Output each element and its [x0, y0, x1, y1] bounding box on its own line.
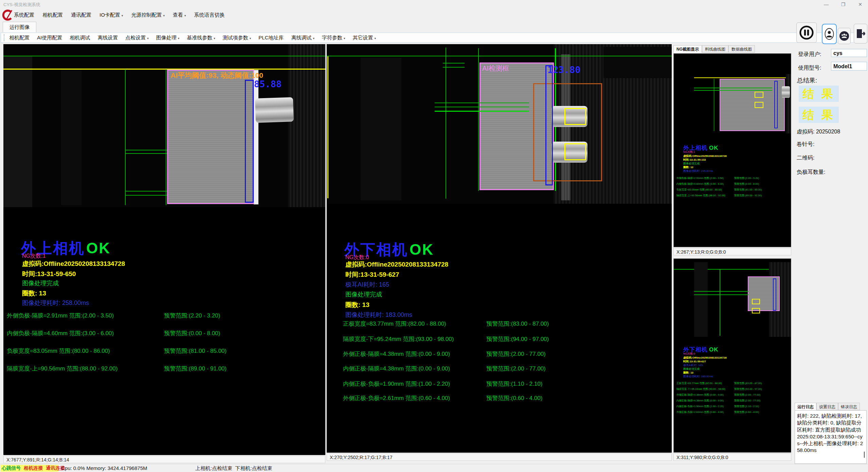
model-input[interactable]: Model1: [831, 62, 867, 71]
roi-box-blue: [545, 65, 553, 185]
tab-run-log[interactable]: 运行日志: [795, 403, 816, 410]
total-result-label: 总结果:: [797, 76, 817, 85]
info-line: 极耳AI耗时: 165: [683, 363, 703, 367]
tab-run-image[interactable]: 运行图像: [3, 22, 36, 32]
measure-line-green: [125, 153, 167, 154]
image-texture: [786, 74, 791, 133]
chevron-down-icon: ▾: [214, 37, 215, 40]
roi-box-yellow: [755, 102, 763, 108]
tab-data-curve[interactable]: 数据曲线图: [728, 45, 755, 53]
tool-test-params[interactable]: 测试项参数▾: [223, 35, 251, 41]
info-line: 圈数: 12: [683, 165, 693, 169]
tool-ai-config[interactable]: AI使用配置: [37, 35, 62, 41]
left-coordinate-bar: X:7677;Y:891;R:14;G:14;B:14: [3, 456, 325, 463]
measurement-row: 隔膜宽度-下=95.24mm 范围:(93.00 - 98.00)预警范围:(9…: [327, 335, 672, 342]
reference-line-yellow: [327, 56, 328, 198]
cpu-memory-status: Cpu: 0.0% Memory: 3424.41796875M: [61, 465, 147, 471]
chevron-down-icon: ▾: [163, 14, 165, 17]
menu-language-switch[interactable]: 系统语言切换: [194, 12, 224, 18]
roi-box-yellow: [752, 299, 760, 304]
edge-line-green: [720, 270, 720, 336]
tool-offline-setting[interactable]: 离线设置: [97, 35, 118, 41]
menu-io-card-config[interactable]: IO卡配置▾: [100, 12, 123, 18]
info-line: 虚拟码:Offline20250208133134728: [345, 260, 448, 269]
minimize-button[interactable]: —: [821, 1, 831, 8]
toolbar-grip[interactable]: [4, 34, 6, 41]
edge-line-green: [478, 48, 479, 191]
ng-count: NG次数:0: [683, 352, 695, 356]
tool-camera-config[interactable]: 相机配置: [9, 35, 30, 41]
tab-material-curve[interactable]: 料线曲线图: [702, 45, 728, 53]
tool-baseline-params[interactable]: 基准线参数▾: [187, 35, 215, 41]
tool-char-params[interactable]: 字符参数▾: [322, 35, 345, 41]
chevron-down-icon: ▾: [147, 37, 149, 40]
edge-line-green: [166, 69, 166, 205]
roi-box-blue: [245, 80, 254, 203]
left-camera-panel: AI平均阈值:93, 动态阈值:100 85.88 外上相机OK NG次数:1 …: [3, 44, 325, 455]
exit-door-icon: [855, 28, 866, 40]
measurement-row: 外侧负极-隔膜=2.91mm 范围:(2.00 - 3.50)预警范围:(2.2…: [3, 312, 325, 319]
measurement-row: 外侧正极-隔膜=4.38mm 范围:(0.00 - 9.00)预警范围:(2.0…: [327, 350, 672, 357]
tab-row: 运行图像: [0, 21, 868, 32]
app-window: CYS-视觉检测系统 — ❐ ✕ 系统配置 相机配置 通讯配置 IO卡配置▾ 光…: [0, 0, 868, 472]
tool-offline-debug[interactable]: 离线调试▾: [291, 35, 315, 41]
menu-light-control-config[interactable]: 光源控制配置▾: [131, 12, 165, 18]
virtual-code-label: 虚拟码: 20250208: [797, 128, 840, 135]
measure-line-green: [125, 150, 167, 150]
ng-mini-bottom-coordinate-bar: X:311;Y:980;R:0;G:0;B:0: [673, 453, 791, 461]
neg-tab-count-label: 负极耳数量:: [797, 169, 825, 176]
current-user-button[interactable]: [822, 24, 837, 44]
chevron-down-icon: ▾: [313, 37, 315, 40]
measurement-row: 隔膜宽度-上=90.56mm 范围:(88.00 - 92.00)预警范围:(8…: [674, 194, 791, 201]
measure-line-green: [694, 294, 748, 295]
image-band: [694, 262, 708, 337]
tab-setting-log[interactable]: 设置日志: [816, 403, 838, 410]
title-bar: CYS-视觉检测系统 — ❐ ✕: [0, 0, 868, 9]
menu-view[interactable]: 查看▾: [173, 12, 186, 18]
tool-plc-address[interactable]: PLC地址库: [258, 35, 284, 41]
login-user-input[interactable]: cys: [831, 49, 867, 57]
qr-code-label: 二维码:: [797, 155, 814, 162]
exit-button[interactable]: [854, 24, 867, 43]
ng-view-tabs: NG截图显示 料线曲线图 数据曲线图: [673, 45, 755, 53]
status-chips: 心跳信号 相机连接 通讯连接: [1, 465, 58, 472]
tool-image-process[interactable]: 图像处理▾: [156, 35, 180, 41]
width-value-overlay: 85.88: [254, 79, 282, 89]
ng-count: NG次数:1: [22, 253, 46, 260]
reference-line-yellow: [694, 77, 791, 78]
tool-other-settings[interactable]: 其它设置▾: [353, 35, 376, 41]
menu-camera-config[interactable]: 相机配置: [42, 12, 63, 18]
tab-ng-screenshot[interactable]: NG截图显示: [673, 45, 702, 53]
user-manage-button[interactable]: [838, 28, 851, 44]
info-line: 虚拟码:Offline20250208133134728: [683, 356, 727, 360]
menu-system-config[interactable]: 系统配置: [14, 12, 34, 18]
reference-line-yellow: [3, 69, 325, 70]
pause-icon: [799, 25, 814, 40]
edge-line-green: [446, 48, 446, 199]
electrode-tab: [782, 86, 790, 98]
reference-line-green: [327, 56, 672, 56]
info-line: 图像处理耗时: 245.00ms: [683, 169, 713, 173]
measurement-row: 正极宽度=83.77mm 范围:(82.00 - 88.00)预警范围:(83.…: [327, 320, 672, 327]
tool-camera-debug[interactable]: 相机调试: [70, 35, 90, 41]
chevron-down-icon: ▾: [184, 14, 186, 17]
pause-button[interactable]: [796, 22, 817, 43]
run-log-text[interactable]: 耗时: 222, 缺陷检测耗时: 17, 缺陷分类耗时: 0, 缺陷提取分区耗时…: [795, 410, 867, 464]
ai-detect-box-label: AI检测框: [482, 64, 509, 73]
roi-box-orange: [533, 83, 602, 181]
tool-spot-check[interactable]: 点检设置▾: [125, 35, 149, 41]
image-band: [361, 58, 401, 200]
chevron-down-icon: ▾: [344, 37, 345, 40]
model-label: 使用型号:: [798, 65, 821, 72]
login-user-label: 登录用户:: [798, 51, 821, 58]
info-line: 时间:13-31-59-627: [345, 270, 399, 279]
close-button[interactable]: ✕: [855, 1, 865, 8]
info-line: 圈数: 13: [22, 289, 46, 298]
tab-error-log[interactable]: 错误日志: [838, 403, 860, 410]
edge-line-green: [125, 69, 126, 205]
menu-comm-config[interactable]: 通讯配置: [71, 12, 91, 18]
image-band: [61, 69, 82, 205]
info-line: 圈数: 13: [683, 371, 693, 375]
measure-line-green: [125, 195, 167, 196]
maximize-button[interactable]: ❐: [838, 1, 848, 8]
